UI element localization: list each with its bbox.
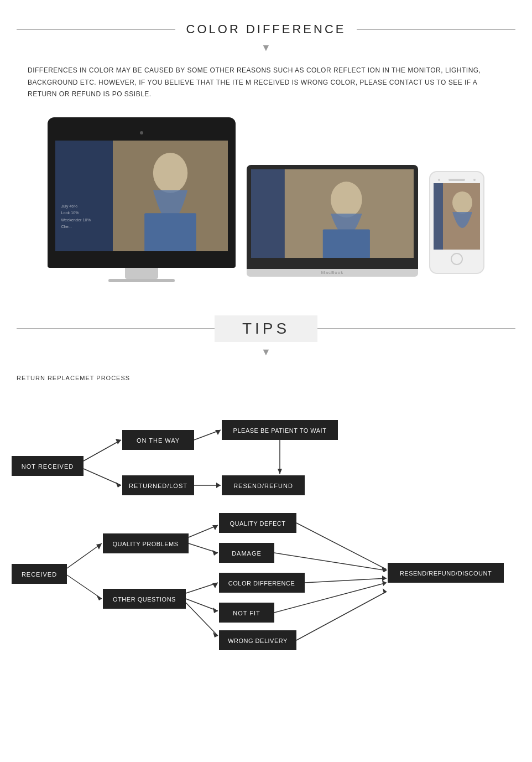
svg-text:RECEIVED: RECEIVED bbox=[22, 571, 57, 578]
svg-text:OTHER QUESTIONS: OTHER QUESTIONS bbox=[113, 596, 176, 603]
imac-camera-area bbox=[55, 125, 228, 141]
svg-marker-60 bbox=[212, 550, 218, 556]
macbook-screen bbox=[251, 169, 414, 258]
flow-svg: NOT RECEIVED ON THE WAY RETURNED/LOST PL… bbox=[11, 392, 521, 658]
svg-text:WRONG DELIVERY: WRONG DELIVERY bbox=[228, 637, 288, 644]
svg-text:DAMAGE: DAMAGE bbox=[232, 550, 262, 557]
iphone-screen bbox=[434, 183, 480, 250]
svg-line-63 bbox=[186, 599, 218, 611]
header-line-left bbox=[17, 29, 175, 30]
macbook-body: MacBook bbox=[247, 269, 418, 277]
devices-illustration: July 46% Look 10% Weekender 10% Che... bbox=[17, 117, 515, 282]
tips-line-right bbox=[317, 328, 515, 329]
svg-line-75 bbox=[296, 592, 387, 640]
svg-text:COLOR DIFFERENCE: COLOR DIFFERENCE bbox=[228, 580, 295, 587]
iphone-front-camera bbox=[438, 179, 440, 181]
svg-text:NOT FIT: NOT FIT bbox=[233, 610, 260, 616]
svg-text:Look 10%: Look 10% bbox=[61, 210, 79, 215]
svg-marker-50 bbox=[216, 483, 221, 488]
svg-text:RESEND/REFUND: RESEND/REFUND bbox=[233, 483, 293, 489]
svg-line-53 bbox=[67, 543, 102, 568]
tips-header: TIPS bbox=[17, 315, 515, 342]
svg-marker-48 bbox=[215, 430, 221, 435]
svg-text:Che...: Che... bbox=[61, 224, 71, 229]
return-process-label: RETURN REPLACEMET PROCESS bbox=[17, 375, 515, 381]
iphone-outer bbox=[429, 171, 484, 274]
tips-section: TIPS ▼ bbox=[0, 315, 532, 358]
svg-marker-72 bbox=[382, 576, 387, 581]
color-diff-title: COLOR DIFFERENCE bbox=[175, 22, 357, 37]
color-diff-header: COLOR DIFFERENCE bbox=[17, 22, 515, 37]
svg-line-43 bbox=[84, 440, 121, 461]
imac-device: July 46% Look 10% Weekender 10% Che... bbox=[48, 117, 236, 282]
imac-stand bbox=[125, 268, 158, 279]
svg-marker-74 bbox=[382, 580, 387, 586]
svg-text:Weekender 10%: Weekender 10% bbox=[61, 217, 91, 222]
svg-line-71 bbox=[305, 578, 387, 583]
header-line-right bbox=[357, 29, 515, 30]
imac-screen: July 46% Look 10% Weekender 10% Che... bbox=[55, 141, 228, 251]
svg-text:July 46%: July 46% bbox=[61, 204, 77, 209]
color-diff-description: DIFFERENCES IN COLOR MAY BE CAUSED BY SO… bbox=[28, 65, 504, 101]
imac-base bbox=[108, 279, 175, 282]
svg-rect-3 bbox=[144, 213, 196, 251]
tips-title: TIPS bbox=[215, 315, 317, 342]
svg-line-65 bbox=[186, 603, 218, 636]
svg-text:QUALITY DEFECT: QUALITY DEFECT bbox=[230, 520, 286, 527]
svg-text:ON THE WAY: ON THE WAY bbox=[137, 437, 180, 444]
svg-marker-56 bbox=[96, 595, 102, 600]
flow-diagram: NOT RECEIVED ON THE WAY RETURNED/LOST PL… bbox=[11, 392, 521, 658]
svg-rect-11 bbox=[323, 229, 370, 258]
svg-point-10 bbox=[331, 182, 362, 217]
svg-marker-62 bbox=[212, 583, 218, 588]
iphone-home-button bbox=[451, 253, 463, 265]
svg-text:QUALITY PROBLEMS: QUALITY PROBLEMS bbox=[112, 541, 178, 547]
svg-text:PLEASE BE PATIENT TO WAIT: PLEASE BE PATIENT TO WAIT bbox=[233, 427, 327, 434]
svg-text:RESEND/REFUND/DISCOUNT: RESEND/REFUND/DISCOUNT bbox=[400, 570, 492, 577]
macbook-screen-outer bbox=[247, 165, 418, 269]
svg-text:RETURNED/LOST: RETURNED/LOST bbox=[129, 483, 187, 489]
tips-line-left bbox=[17, 328, 215, 329]
tips-chevron: ▼ bbox=[0, 346, 532, 358]
svg-point-2 bbox=[153, 153, 187, 193]
iphone-device bbox=[429, 171, 484, 274]
macbook-label: MacBook bbox=[321, 270, 343, 275]
svg-point-14 bbox=[452, 191, 472, 214]
imac-screen-outer: July 46% Look 10% Weekender 10% Che... bbox=[48, 117, 236, 268]
svg-marker-44 bbox=[116, 439, 121, 444]
svg-line-69 bbox=[274, 553, 387, 571]
color-diff-chevron: ▼ bbox=[0, 42, 532, 54]
svg-line-45 bbox=[84, 469, 121, 485]
iphone-speaker bbox=[448, 179, 465, 181]
svg-line-67 bbox=[296, 523, 387, 569]
svg-text:NOT RECEIVED: NOT RECEIVED bbox=[22, 463, 74, 470]
iphone-sensor bbox=[473, 179, 476, 181]
svg-marker-58 bbox=[212, 525, 218, 530]
svg-marker-52 bbox=[278, 469, 282, 474]
macbook-device: MacBook bbox=[247, 165, 418, 277]
imac-camera-dot bbox=[140, 131, 143, 134]
